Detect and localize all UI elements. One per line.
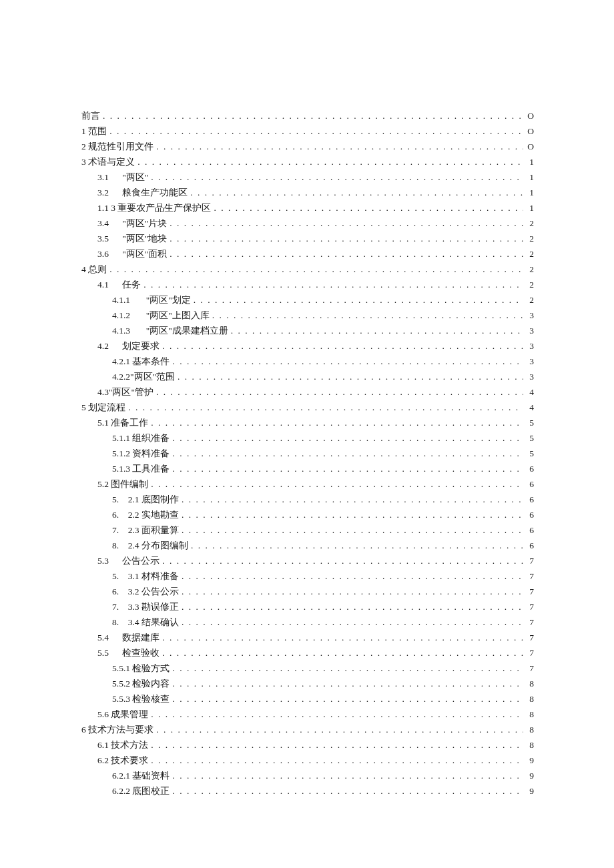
toc-entry-page: 7 [523,618,534,627]
toc-entry-page: 2 [523,234,534,244]
toc-leader-dots [170,695,523,704]
toc-entry-label: 5.1.3 工具准备 [112,464,170,474]
toc-entry: 3.4 "两区"片块2 [81,219,534,228]
toc-entry-page: 2 [523,280,534,290]
toc-entry-page: 5 [523,418,534,428]
toc-leader-dots [167,234,523,244]
toc-entry: 6. 3.2 公告公示7 [81,587,534,596]
toc-entry-page: O [523,127,534,136]
toc-entry-page: 8 [523,725,534,735]
toc-entry-page: 7 [523,587,534,596]
toc-entry: 3.5 "两区"地块2 [81,234,534,244]
toc-leader-dots [148,741,523,750]
toc-entry-page: 6 [523,480,534,489]
toc-leader-dots [148,173,523,182]
toc-entry-label: 6.1 技术方法 [97,741,148,750]
toc-entry-label: 5.2 图件编制 [97,480,148,489]
toc-entry-label: 8. 3.4 结果确认 [112,618,179,627]
toc-entry: 5.3 公告公示7 [81,556,534,566]
toc-entry-page: 7 [523,648,534,658]
toc-leader-dots [135,157,523,167]
toc-entry-page: 1 [523,173,534,182]
toc-entry: 3.2 粮食生产功能区1 [81,188,534,197]
toc-entry-page: 5 [523,434,534,443]
toc-entry-label: 6 技术方法与要求 [81,725,154,735]
toc-entry: 5.1.3 工具准备6 [81,464,534,474]
toc-leader-dots [100,111,523,121]
toc-entry-label: 6. 2.2 实地勘查 [112,510,179,520]
toc-entry-label: 4.1 任务 [97,280,141,290]
toc-entry: 4 总则2 [81,265,534,274]
toc-entry: 8. 3.4 结果确认7 [81,618,534,627]
toc-entry: 5.1.2 资料准备5 [81,449,534,458]
toc-entry-page: 1 [523,203,534,213]
toc-leader-dots [154,142,523,151]
toc-leader-dots [179,495,523,504]
toc-leader-dots [160,648,523,658]
toc-entry: 5.5.3 检验核查8 [81,695,534,704]
toc-entry: 7. 3.3 勘误修正7 [81,602,534,612]
toc-entry-label: 4.1.2 "两区"上图入库 [112,311,210,320]
toc-entry-label: 5.5.2 检验内容 [112,679,170,689]
toc-leader-dots [154,725,523,735]
toc-leader-dots [107,265,523,274]
toc-entry: 6 技术方法与要求8 [81,725,534,735]
toc-entry-label: 4.2 划定要求 [97,342,160,351]
toc-entry-label: 3.1 "两区" [97,173,148,182]
toc-entry: 4.2 划定要求3 [81,342,534,351]
toc-entry: 5.2 图件编制6 [81,480,534,489]
toc-entry: 7. 2.3 面积量算6 [81,526,534,535]
toc-entry-label: 4.3"两区"管护 [97,388,154,397]
toc-entry: 3 术语与定义1 [81,157,534,167]
toc-entry-page: 4 [523,403,534,412]
toc-entry-label: 5.5.1 检验方式 [112,664,170,673]
toc-leader-dots [170,449,523,458]
toc-entry-page: 9 [523,771,534,781]
toc-entry: 5 划定流程4 [81,403,534,412]
table-of-contents: 前言O1 范围O2 规范性引用文件O3 术语与定义13.1 "两区"13.2 粮… [81,111,534,796]
toc-leader-dots [179,618,523,627]
toc-entry-page: 2 [523,265,534,274]
toc-entry: 5.5.2 检验内容8 [81,679,534,689]
toc-entry-label: 3.2 粮食生产功能区 [97,188,188,197]
toc-entry-page: 1 [523,188,534,197]
toc-entry-label: 5.4 数据建库 [97,633,160,642]
toc-entry-label: 5.1.1 组织准备 [112,434,170,443]
toc-entry: 5.1.1 组织准备5 [81,434,534,443]
toc-entry: 1.1 3 重要农产品生产保护区1 [81,203,534,213]
toc-leader-dots [170,664,523,673]
toc-entry: 5. 2.1 底图制作6 [81,495,534,504]
toc-entry: 4.1.3 "两区"成果建档立册3 [81,326,534,336]
toc-entry-page: 8 [523,679,534,689]
toc-leader-dots [179,587,523,596]
toc-entry-page: 6 [523,510,534,520]
toc-entry: 6.1 技术方法8 [81,741,534,750]
toc-leader-dots [154,388,523,397]
toc-entry-page: 3 [523,342,534,351]
toc-entry-page: 3 [523,311,534,320]
toc-entry-label: 4.1.1 "两区"划定 [112,296,191,305]
toc-entry-label: 1.1 3 重要农产品生产保护区 [97,203,211,213]
toc-entry-page: 3 [523,357,534,366]
toc-entry-label: 6. 3.2 公告公示 [112,587,179,596]
toc-entry: 1 范围O [81,127,534,136]
toc-entry: 5.4 数据建库7 [81,633,534,642]
toc-entry: 5. 3.1 材料准备7 [81,572,534,581]
toc-leader-dots [179,526,523,535]
toc-entry-label: 3 术语与定义 [81,157,135,167]
toc-entry: 4.2.2"两区"范围3 [81,372,534,382]
toc-entry: 4.1.1 "两区"划定2 [81,296,534,305]
toc-entry-page: 6 [523,495,534,504]
toc-entry: 6.2.2 底图校正9 [81,787,534,796]
toc-leader-dots [179,510,523,520]
toc-entry: 5.1 准备工作5 [81,418,534,428]
toc-leader-dots [141,280,523,290]
toc-leader-dots [160,342,523,351]
toc-entry-label: 8. 2.4 分布图编制 [112,541,188,550]
toc-entry: 8. 2.4 分布图编制6 [81,541,534,550]
toc-leader-dots [175,372,523,382]
toc-entry-label: 5 划定流程 [81,403,125,412]
toc-entry-label: 5.1 准备工作 [97,418,148,428]
toc-entry-label: 5. 2.1 底图制作 [112,495,179,504]
toc-entry-label: 1 范围 [81,127,107,136]
